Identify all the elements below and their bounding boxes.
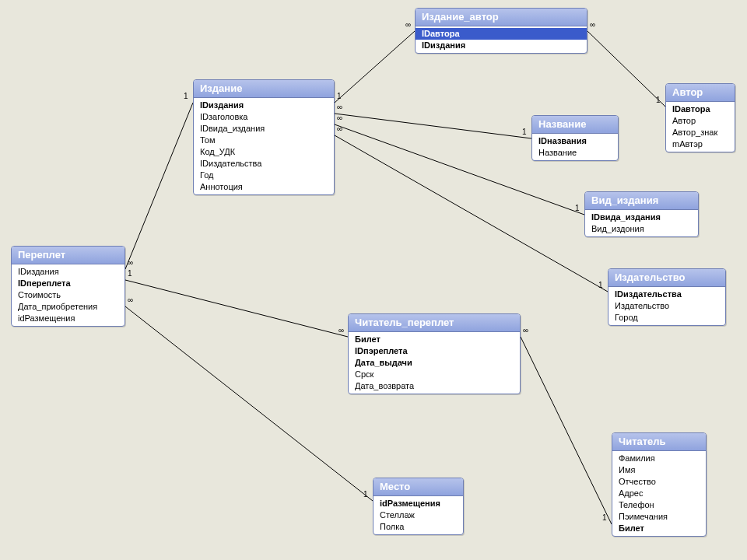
table-field[interactable]: Код_УДК <box>194 146 334 158</box>
cardinality-one: 1 <box>363 490 368 499</box>
cardinality-one: 1 <box>522 128 527 136</box>
table-field[interactable]: IDиздания <box>12 266 124 278</box>
table-field[interactable]: IDвида_издания <box>194 123 334 135</box>
svg-line-1 <box>587 31 665 107</box>
table-fields: IDиздательстваИздательствоГород <box>608 287 725 325</box>
table-field[interactable]: Дата_приобретения <box>12 301 124 313</box>
table-izdanie_avtor[interactable]: Издание_авторIDавтораIDиздания <box>415 8 587 54</box>
table-header[interactable]: Переплет <box>12 247 124 264</box>
svg-line-2 <box>335 114 531 138</box>
table-mesto[interactable]: МестоidРазмещенияСтеллажПолка <box>373 478 464 535</box>
table-field[interactable]: Издательство <box>608 300 725 312</box>
table-field[interactable]: Год <box>194 170 334 181</box>
table-field[interactable]: Имя <box>612 464 706 476</box>
table-avtor[interactable]: АвторIDавтораАвторАвтор_знакmАвтэр <box>665 83 735 152</box>
table-fields: IDназванияНазвание <box>532 134 618 160</box>
table-field[interactable]: Автор_знак <box>666 127 735 138</box>
table-field[interactable]: Срск <box>349 369 520 380</box>
table-header[interactable]: Читатель <box>612 433 706 451</box>
table-field[interactable]: IDавтора <box>666 103 735 115</box>
table-vid_izdania[interactable]: Вид_изданияIDвида_изданияВид_издония <box>584 191 699 237</box>
table-header[interactable]: Читатель_переплет <box>349 314 520 332</box>
table-field[interactable]: IDзаголовка <box>194 111 334 123</box>
cardinality-one: 1 <box>602 513 607 522</box>
table-pereplet[interactable]: ПереплетIDизданияIDпереплетаСтоимостьДат… <box>11 246 125 327</box>
cardinality-one: 1 <box>598 281 603 289</box>
table-field[interactable]: IDпэреплета <box>349 345 520 357</box>
svg-line-6 <box>125 280 348 337</box>
table-field[interactable]: Том <box>194 135 334 146</box>
table-fields: IDвида_изданияВид_издония <box>585 210 698 236</box>
table-field[interactable]: Полка <box>374 521 463 533</box>
table-header[interactable]: Издательство <box>608 269 725 287</box>
table-field[interactable]: IDиздательства <box>608 289 725 300</box>
table-field[interactable]: Стоимость <box>12 289 124 301</box>
cardinality-many: ∞ <box>337 103 342 111</box>
cardinality-one: 1 <box>656 96 661 104</box>
table-field[interactable]: Билет <box>349 334 520 345</box>
table-field[interactable]: Фамилия <box>612 453 706 464</box>
cardinality-many: ∞ <box>128 258 133 267</box>
table-field[interactable]: IDвида_издания <box>585 212 698 223</box>
table-header[interactable]: Издание_автор <box>416 9 587 26</box>
table-field[interactable]: Билет <box>612 523 706 534</box>
er-diagram-canvas[interactable]: Издание_авторIDавтораIDизданияИзданиеIDи… <box>0 0 747 560</box>
table-header[interactable]: Место <box>374 478 463 496</box>
cardinality-many: ∞ <box>523 326 528 334</box>
table-field[interactable]: Город <box>608 312 725 324</box>
table-header[interactable]: Издание <box>194 80 334 98</box>
table-field[interactable]: Дата_выдачи <box>349 357 520 369</box>
table-header[interactable]: Вид_издания <box>585 192 698 210</box>
cardinality-one: 1 <box>337 92 342 100</box>
table-field[interactable]: IDпереплета <box>12 278 124 289</box>
table-field[interactable]: Телефон <box>612 499 706 511</box>
table-field[interactable]: Автор <box>666 115 735 127</box>
cardinality-one: 1 <box>575 204 580 212</box>
table-field[interactable]: Адрес <box>612 488 706 499</box>
table-field[interactable]: Стеллаж <box>374 509 463 521</box>
table-field[interactable]: IDиздания <box>416 40 587 51</box>
table-fields: IDизданияIDпереплетаСтоимостьДата_приобр… <box>12 264 124 326</box>
table-field[interactable]: Пэимечания <box>612 511 706 523</box>
cardinality-many: ∞ <box>337 124 342 133</box>
table-fields: IDизданияIDзаголовкаIDвида_изданияТомКод… <box>194 98 334 194</box>
table-field[interactable]: mАвтэр <box>666 138 735 150</box>
table-field[interactable]: idРазмещения <box>374 498 463 509</box>
table-field[interactable]: Дата_возврата <box>349 380 520 392</box>
table-field[interactable]: Название <box>532 147 618 159</box>
table-nazvanie[interactable]: НазваниеIDназванияНазвание <box>531 115 619 161</box>
cardinality-one: 1 <box>128 269 132 278</box>
table-field[interactable]: Вид_издония <box>585 223 698 235</box>
table-fields: IDавтораАвторАвтор_знакmАвтэр <box>666 102 735 152</box>
table-header[interactable]: Автор <box>666 84 735 102</box>
table-fields: ФамилияИмяОтчествоАдресТелефонПэимечания… <box>612 451 706 536</box>
cardinality-many: ∞ <box>338 326 344 334</box>
table-field[interactable]: idРазмещения <box>12 313 124 324</box>
table-izdanie[interactable]: ИзданиеIDизданияIDзаголовкаIDвида_издани… <box>193 79 335 195</box>
table-field[interactable]: Отчество <box>612 476 706 488</box>
svg-line-5 <box>125 103 193 269</box>
table-field[interactable]: IDназвания <box>532 135 618 147</box>
cardinality-many: ∞ <box>128 296 133 304</box>
cardinality-many: ∞ <box>590 20 595 29</box>
table-chitatel_pereplet[interactable]: Читатель_переплетБилетIDпэреплетаДата_вы… <box>348 313 521 394</box>
table-field[interactable]: Аннотоция <box>194 181 334 193</box>
table-field[interactable]: IDавтора <box>416 28 587 40</box>
table-izdatelstvo[interactable]: ИздательствоIDиздательстваИздательствоГо… <box>608 268 726 326</box>
table-field[interactable]: IDиздательства <box>194 158 334 170</box>
cardinality-one: 1 <box>184 92 188 100</box>
cardinality-many: ∞ <box>337 114 342 122</box>
table-fields: idРазмещенияСтеллажПолка <box>374 496 463 534</box>
table-header[interactable]: Название <box>532 116 618 134</box>
cardinality-many: ∞ <box>405 20 411 29</box>
table-fields: IDавтораIDиздания <box>416 26 587 53</box>
svg-line-7 <box>125 306 373 501</box>
svg-line-8 <box>521 337 612 524</box>
table-fields: БилетIDпэреплетаДата_выдачиСрскДата_возв… <box>349 332 520 394</box>
table-field[interactable]: IDиздания <box>194 100 334 111</box>
svg-line-0 <box>335 31 415 103</box>
table-chitatel[interactable]: ЧитательФамилияИмяОтчествоАдресТелефонПэ… <box>612 432 707 537</box>
